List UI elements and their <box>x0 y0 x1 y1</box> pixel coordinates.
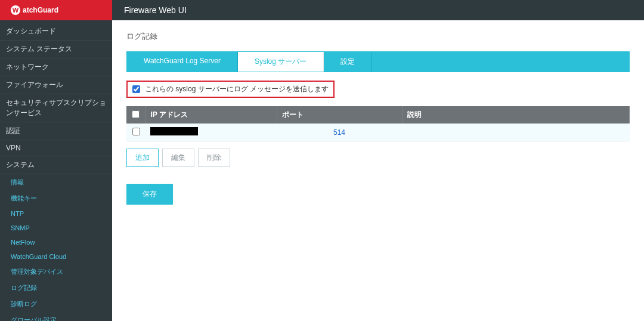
page-title: ログ記録 <box>126 31 630 42</box>
table-header-ip: IP アドレス <box>145 106 277 124</box>
sidebar-subitem[interactable]: 管理対象デバイス <box>0 264 112 280</box>
add-button[interactable]: 追加 <box>126 149 159 167</box>
table-button-row: 追加 編集 削除 <box>126 149 630 167</box>
sidebar-subitem[interactable]: 機能キー <box>0 190 112 206</box>
svg-text:W: W <box>13 7 19 14</box>
svg-text:atchGuard: atchGuard <box>23 6 58 14</box>
sidebar-subitem[interactable]: SNMP <box>0 221 112 235</box>
select-all-checkbox[interactable] <box>132 110 140 118</box>
sidebar-item[interactable]: セキュリティサブスクリプションサービス <box>0 94 112 122</box>
sidebar-item[interactable]: ファイアウォール <box>0 76 112 94</box>
syslog-table: IP アドレス ポート 説明 514 <box>126 106 630 141</box>
enable-syslog-row: これらの syslog サーバーにログ メッセージを送信します <box>126 81 335 98</box>
table-row[interactable]: 514 <box>126 124 630 141</box>
content: ログ記録 WatchGuard Log ServerSyslog サーバー設定 … <box>112 20 644 321</box>
sidebar-item[interactable]: システム <box>0 156 112 174</box>
sidebar-item[interactable]: ネットワーク <box>0 58 112 76</box>
table-header-select[interactable] <box>126 106 145 124</box>
sidebar-nav: ダッシュボードシステム ステータスネットワークファイアウォールセキュリティサブス… <box>0 20 112 321</box>
brand-logo: W atchGuard <box>0 0 112 20</box>
table-header-desc: 説明 <box>402 106 630 124</box>
enable-syslog-label: これらの syslog サーバーにログ メッセージを送信します <box>145 84 329 94</box>
sidebar-subitem[interactable]: NTP <box>0 206 112 221</box>
remove-button[interactable]: 削除 <box>198 149 230 167</box>
sidebar-subitem[interactable]: グローバル設定 <box>0 312 112 321</box>
edit-button[interactable]: 編集 <box>162 149 194 167</box>
topbar: Fireware Web UI <box>112 0 644 20</box>
cell-desc <box>402 124 630 141</box>
sidebar-subitem[interactable]: ログ記録 <box>0 280 112 296</box>
sidebar-item[interactable]: VPN <box>0 140 112 156</box>
row-checkbox[interactable] <box>132 128 140 135</box>
sidebar: W atchGuard ダッシュボードシステム ステータスネットワークファイアウ… <box>0 0 112 321</box>
sidebar-item[interactable]: 認証 <box>0 122 112 140</box>
enable-syslog-checkbox[interactable] <box>132 85 140 93</box>
cell-port: 514 <box>277 124 402 141</box>
save-button[interactable]: 保存 <box>126 184 173 205</box>
tab[interactable]: Syslog サーバー <box>238 52 324 72</box>
cell-ip <box>145 124 277 141</box>
sidebar-item[interactable]: システム ステータス <box>0 41 112 58</box>
table-header-port: ポート <box>277 106 402 124</box>
tab[interactable]: 設定 <box>324 52 372 72</box>
ip-redacted <box>150 127 198 135</box>
tab[interactable]: WatchGuard Log Server <box>127 52 238 72</box>
sidebar-item[interactable]: ダッシュボード <box>0 23 112 41</box>
sidebar-subitem[interactable]: 情報 <box>0 174 112 190</box>
sidebar-subitem[interactable]: NetFlow <box>0 235 112 249</box>
sidebar-subitem[interactable]: 診断ログ <box>0 296 112 312</box>
tabbar: WatchGuard Log ServerSyslog サーバー設定 <box>126 51 630 72</box>
sidebar-subitem[interactable]: WatchGuard Cloud <box>0 249 112 264</box>
app-title: Fireware Web UI <box>124 5 187 15</box>
